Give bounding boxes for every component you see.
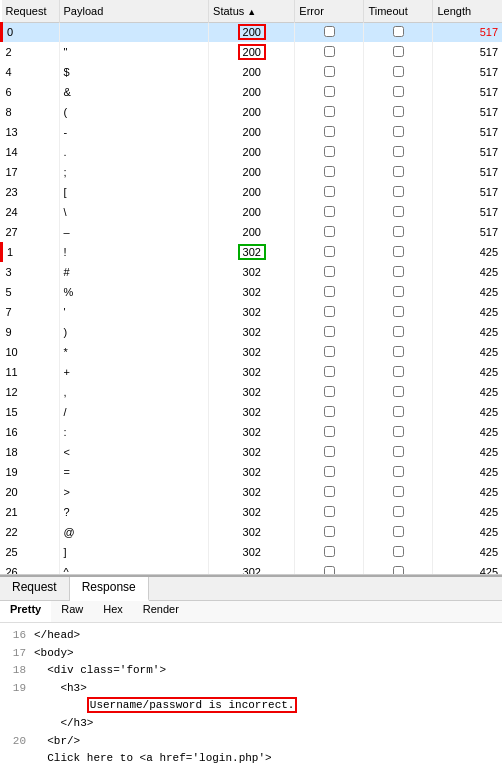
table-row[interactable]: 27–200517 xyxy=(2,222,503,242)
error-checkbox[interactable] xyxy=(324,386,335,397)
cell-error[interactable] xyxy=(295,382,364,402)
error-checkbox[interactable] xyxy=(324,366,335,377)
cell-error[interactable] xyxy=(295,502,364,522)
table-row[interactable]: 17;200517 xyxy=(2,162,503,182)
timeout-checkbox[interactable] xyxy=(393,66,404,77)
timeout-checkbox[interactable] xyxy=(393,366,404,377)
table-row[interactable]: 19=302425 xyxy=(2,462,503,482)
error-checkbox[interactable] xyxy=(324,146,335,157)
cell-timeout[interactable] xyxy=(364,362,433,382)
cell-timeout[interactable] xyxy=(364,242,433,262)
cell-error[interactable] xyxy=(295,82,364,102)
table-row[interactable]: 4$200517 xyxy=(2,62,503,82)
header-payload[interactable]: Payload xyxy=(59,0,209,22)
cell-timeout[interactable] xyxy=(364,182,433,202)
cell-error[interactable] xyxy=(295,482,364,502)
header-error[interactable]: Error xyxy=(295,0,364,22)
table-row[interactable]: 3#302425 xyxy=(2,262,503,282)
cell-timeout[interactable] xyxy=(364,462,433,482)
timeout-checkbox[interactable] xyxy=(393,346,404,357)
cell-timeout[interactable] xyxy=(364,202,433,222)
cell-timeout[interactable] xyxy=(364,322,433,342)
timeout-checkbox[interactable] xyxy=(393,286,404,297)
error-checkbox[interactable] xyxy=(324,526,335,537)
timeout-checkbox[interactable] xyxy=(393,126,404,137)
cell-error[interactable] xyxy=(295,422,364,442)
cell-error[interactable] xyxy=(295,182,364,202)
cell-timeout[interactable] xyxy=(364,102,433,122)
table-row[interactable]: 0200517 xyxy=(2,22,503,42)
cell-timeout[interactable] xyxy=(364,62,433,82)
error-checkbox[interactable] xyxy=(324,486,335,497)
cell-timeout[interactable] xyxy=(364,122,433,142)
table-row[interactable]: 8(200517 xyxy=(2,102,503,122)
error-checkbox[interactable] xyxy=(324,186,335,197)
error-checkbox[interactable] xyxy=(324,566,335,576)
timeout-checkbox[interactable] xyxy=(393,466,404,477)
header-status[interactable]: Status ▲ xyxy=(209,0,295,22)
response-content[interactable]: 16 </head> 17 <body> 18 <div class='form… xyxy=(0,623,502,779)
cell-error[interactable] xyxy=(295,282,364,302)
cell-timeout[interactable] xyxy=(364,542,433,562)
cell-error[interactable] xyxy=(295,122,364,142)
timeout-checkbox[interactable] xyxy=(393,266,404,277)
timeout-checkbox[interactable] xyxy=(393,26,404,37)
cell-error[interactable] xyxy=(295,342,364,362)
cell-timeout[interactable] xyxy=(364,442,433,462)
error-checkbox[interactable] xyxy=(324,86,335,97)
table-row[interactable]: 12,302425 xyxy=(2,382,503,402)
table-row[interactable]: 22@302425 xyxy=(2,522,503,542)
cell-timeout[interactable] xyxy=(364,562,433,575)
timeout-checkbox[interactable] xyxy=(393,326,404,337)
table-row[interactable]: 11+302425 xyxy=(2,362,503,382)
cell-timeout[interactable] xyxy=(364,502,433,522)
cell-error[interactable] xyxy=(295,262,364,282)
sub-tab-raw[interactable]: Raw xyxy=(51,601,93,622)
header-length[interactable]: Length xyxy=(433,0,502,22)
table-row[interactable]: 26^302425 xyxy=(2,562,503,575)
cell-error[interactable] xyxy=(295,162,364,182)
error-checkbox[interactable] xyxy=(324,506,335,517)
table-row[interactable]: 7'302425 xyxy=(2,302,503,322)
cell-error[interactable] xyxy=(295,442,364,462)
timeout-checkbox[interactable] xyxy=(393,406,404,417)
cell-error[interactable] xyxy=(295,562,364,575)
timeout-checkbox[interactable] xyxy=(393,566,404,576)
error-checkbox[interactable] xyxy=(324,466,335,477)
timeout-checkbox[interactable] xyxy=(393,546,404,557)
cell-error[interactable] xyxy=(295,462,364,482)
table-row[interactable]: 15/302425 xyxy=(2,402,503,422)
table-row[interactable]: 5%302425 xyxy=(2,282,503,302)
tab-response[interactable]: Response xyxy=(70,577,149,601)
table-row[interactable]: 1!302425 xyxy=(2,242,503,262)
table-row[interactable]: 6&200517 xyxy=(2,82,503,102)
cell-error[interactable] xyxy=(295,202,364,222)
table-row[interactable]: 9)302425 xyxy=(2,322,503,342)
cell-timeout[interactable] xyxy=(364,162,433,182)
error-checkbox[interactable] xyxy=(324,246,335,257)
error-checkbox[interactable] xyxy=(324,166,335,177)
cell-timeout[interactable] xyxy=(364,402,433,422)
error-checkbox[interactable] xyxy=(324,206,335,217)
cell-error[interactable] xyxy=(295,142,364,162)
timeout-checkbox[interactable] xyxy=(393,186,404,197)
cell-timeout[interactable] xyxy=(364,262,433,282)
error-checkbox[interactable] xyxy=(324,306,335,317)
timeout-checkbox[interactable] xyxy=(393,306,404,317)
table-row[interactable]: 16:302425 xyxy=(2,422,503,442)
timeout-checkbox[interactable] xyxy=(393,446,404,457)
cell-timeout[interactable] xyxy=(364,482,433,502)
cell-error[interactable] xyxy=(295,242,364,262)
sub-tab-hex[interactable]: Hex xyxy=(93,601,133,622)
timeout-checkbox[interactable] xyxy=(393,46,404,57)
error-checkbox[interactable] xyxy=(324,66,335,77)
timeout-checkbox[interactable] xyxy=(393,146,404,157)
table-row[interactable]: 25]302425 xyxy=(2,542,503,562)
cell-timeout[interactable] xyxy=(364,82,433,102)
cell-error[interactable] xyxy=(295,402,364,422)
timeout-checkbox[interactable] xyxy=(393,386,404,397)
error-checkbox[interactable] xyxy=(324,406,335,417)
header-timeout[interactable]: Timeout xyxy=(364,0,433,22)
timeout-checkbox[interactable] xyxy=(393,106,404,117)
timeout-checkbox[interactable] xyxy=(393,506,404,517)
